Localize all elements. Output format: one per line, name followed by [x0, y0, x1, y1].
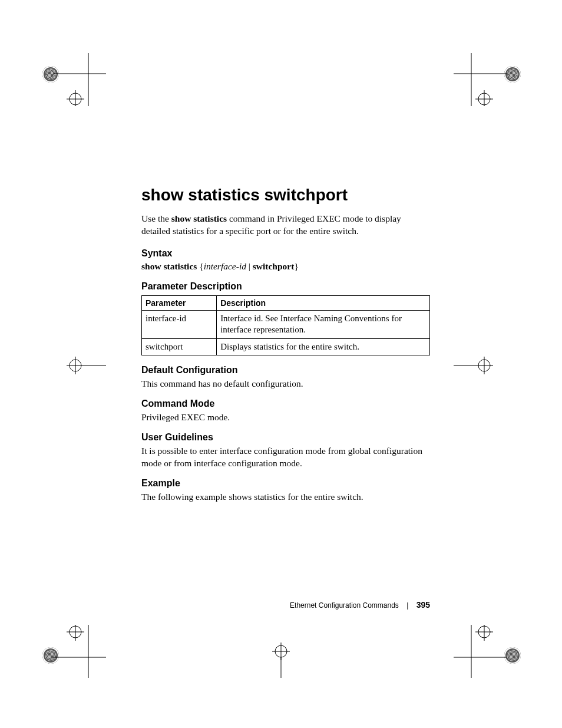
crop-mark-icon	[454, 625, 507, 678]
svg-point-23	[478, 626, 490, 638]
svg-point-18	[70, 626, 81, 638]
default-config-text: This command has no default configuratio…	[141, 378, 430, 390]
syntax-cmd: show statistics	[141, 261, 197, 271]
example-text: The following example shows statistics f…	[141, 491, 430, 503]
crop-ornament-icon	[42, 66, 59, 83]
table-row: interface-id Interface id. See Interface…	[142, 310, 430, 338]
intro-pre: Use the	[141, 213, 171, 223]
table-row: switchport Displays statistics for the e…	[142, 338, 430, 355]
page-footer: Ethernet Configuration Commands | 395	[141, 600, 430, 610]
command-mode-heading: Command Mode	[141, 398, 430, 409]
svg-point-13	[478, 360, 490, 371]
svg-point-7	[478, 93, 490, 105]
footer-separator: |	[406, 601, 408, 610]
syntax-brace-close: }	[294, 261, 298, 271]
intro-paragraph: Use the show statistics command in Privi…	[141, 213, 430, 238]
syntax-brace-open: {	[197, 261, 203, 271]
page-title: show statistics switchport	[141, 186, 430, 205]
param-name: interface-id	[142, 310, 217, 338]
syntax-line: show statistics {interface-id | switchpo…	[141, 261, 430, 272]
footer-page-number: 395	[416, 600, 430, 610]
crop-mark-icon	[53, 339, 106, 392]
user-guidelines-text: It is possible to enter interface config…	[141, 445, 430, 470]
command-mode-text: Privileged EXEC mode.	[141, 411, 430, 424]
crop-ornament-icon	[504, 66, 521, 83]
svg-point-2	[70, 93, 81, 105]
syntax-pipe: |	[246, 261, 250, 271]
intro-cmd: show statistics	[171, 213, 227, 223]
crop-ornament-icon	[42, 647, 59, 664]
crop-ornament-icon	[504, 647, 521, 664]
svg-point-10	[70, 360, 81, 371]
crop-mark-icon	[454, 53, 507, 106]
param-desc: Interface id. See Interface Naming Conve…	[217, 310, 430, 338]
param-table: Parameter Description interface-id Inter…	[141, 295, 430, 356]
param-desc: Displays statistics for the entire switc…	[217, 338, 430, 355]
crop-mark-icon	[53, 625, 106, 678]
crop-mark-icon	[254, 625, 308, 678]
syntax-heading: Syntax	[141, 248, 430, 259]
param-col-parameter: Parameter	[142, 295, 217, 310]
footer-section: Ethernet Configuration Commands	[290, 601, 399, 610]
syntax-arg: interface-id	[204, 261, 246, 271]
page-content: show statistics switchport Use the show …	[141, 186, 430, 512]
default-config-heading: Default Configuration	[141, 365, 430, 375]
crop-mark-icon	[454, 339, 507, 392]
crop-mark-icon	[53, 53, 106, 106]
user-guidelines-heading: User Guidelines	[141, 432, 430, 443]
syntax-kw: switchport	[253, 261, 295, 271]
example-heading: Example	[141, 478, 430, 489]
svg-point-26	[275, 645, 287, 657]
param-desc-heading: Parameter Description	[141, 281, 430, 292]
param-col-description: Description	[217, 295, 430, 310]
param-name: switchport	[142, 338, 217, 355]
